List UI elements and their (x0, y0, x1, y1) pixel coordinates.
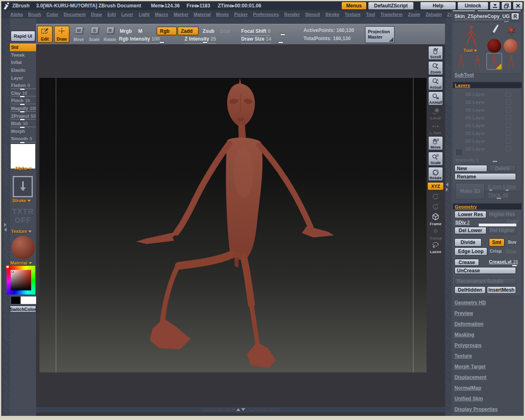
menu-item[interactable]: Document (64, 12, 86, 17)
layer-delete-button[interactable]: Delete (489, 165, 516, 172)
palette-section-header[interactable]: Unified Skin (454, 396, 483, 402)
rotate-y-button[interactable] (428, 193, 443, 201)
stroke-preview[interactable] (13, 176, 33, 197)
menu-item[interactable]: Edit (107, 12, 116, 17)
restore-button[interactable] (501, 2, 511, 10)
lasso-button[interactable]: Lasso (428, 241, 443, 254)
menu-item[interactable]: Macro (155, 12, 168, 17)
minimize-button[interactable] (490, 2, 500, 10)
layers-checkbox[interactable] (455, 148, 463, 156)
brush-item[interactable]: Blob 10 (10, 120, 36, 128)
default-zscript-button[interactable]: DefaultZScript (368, 2, 414, 10)
crease-lvl-handle[interactable] (512, 265, 517, 267)
menu-item[interactable]: Render (284, 12, 300, 17)
tool-thumbnail-dark-sphere[interactable] (487, 39, 501, 53)
layer-checkbox[interactable] (506, 146, 511, 151)
brush-slider-handle[interactable] (20, 142, 25, 144)
menu-item[interactable]: Color (46, 12, 58, 17)
projection-master-button[interactable]: Projection Master (365, 26, 395, 43)
document-canvas[interactable] (39, 78, 427, 372)
draw-size-slider[interactable]: Draw Size 14 (241, 36, 271, 43)
menu-item[interactable]: Movie (216, 12, 229, 17)
palette-section-header[interactable]: Masking (454, 332, 474, 338)
intensity-slider[interactable]: Intensity 1 (455, 158, 479, 162)
menu-item[interactable]: Draw (91, 12, 102, 17)
zsub-toggle[interactable]: Zsub (203, 28, 215, 34)
rgb-mode-button[interactable]: Rgb (157, 27, 177, 35)
intensity-handle[interactable] (492, 160, 498, 162)
del-hidden-button[interactable]: DelHidden (454, 286, 486, 294)
ssmt-handle[interactable] (505, 189, 509, 191)
menu-item[interactable]: Material (194, 12, 211, 17)
rapid-ui-button[interactable]: Rapid UI (11, 31, 35, 41)
zcut-toggle[interactable]: Zcut (220, 28, 230, 34)
tool-selector[interactable]: Tool (463, 48, 477, 53)
layer-checkbox[interactable] (506, 99, 511, 105)
menu-item[interactable]: Stroke (325, 12, 339, 17)
uncrease-button[interactable]: UnCrease (454, 267, 516, 274)
brush-item[interactable]: Pinch 10 (10, 97, 36, 105)
palette-section-header[interactable]: Texture (454, 353, 472, 359)
rotate-button[interactable]: R Rotate (103, 26, 117, 43)
palette-section-header[interactable]: NormalMap (454, 385, 481, 391)
scale-3d-button[interactable]: Scale (428, 152, 443, 166)
draw-size-handle[interactable] (278, 41, 283, 43)
transp-button[interactable]: Transp (428, 228, 443, 240)
menu-item[interactable]: Zplugin (425, 12, 442, 17)
recent-tool-thumbnail[interactable] (470, 54, 485, 69)
insert-mesh-button[interactable]: InsertMesh (487, 286, 516, 294)
menu-item[interactable]: Brush (28, 12, 41, 17)
layer-checkbox[interactable] (506, 91, 511, 97)
layer-row[interactable]: 3D Layer (453, 145, 522, 153)
tool-r-button[interactable]: R (511, 13, 519, 20)
brush-item[interactable]: Tweak (10, 51, 36, 59)
brush-item[interactable]: Morph (10, 128, 36, 135)
lower-res-button[interactable]: Lower Res (454, 211, 486, 218)
menu-item[interactable]: Zoom (408, 12, 420, 17)
focal-shift-handle[interactable] (280, 34, 285, 36)
unlock-button[interactable]: Unlock (457, 2, 488, 10)
layer-checkbox[interactable] (506, 123, 511, 128)
menu-item[interactable]: Alpha (10, 12, 23, 17)
menu-item[interactable]: Stencil (305, 12, 320, 17)
brush-item[interactable]: Std (10, 43, 36, 51)
higher-res-button[interactable]: Higher Res (488, 211, 516, 218)
rotate-3d-button[interactable]: Rotate (428, 167, 443, 181)
crease-lvl-slider[interactable]: CreaseLvl 15 (489, 259, 518, 264)
sdiv-track[interactable] (478, 223, 517, 227)
material-selector[interactable]: Material (10, 260, 32, 265)
move-button[interactable]: M Move (71, 26, 86, 43)
layer-checkbox[interactable] (506, 138, 511, 144)
m-toggle[interactable]: M (138, 28, 142, 34)
layer-row[interactable]: 3D Layer (453, 129, 522, 137)
active-tool-name[interactable]: Skin_ZSphereCopy_UG (454, 14, 510, 20)
brush-item[interactable]: Clay 10 (10, 89, 36, 97)
menu-item[interactable]: Transform (381, 12, 403, 17)
zoom-button[interactable]: Zoom (428, 61, 443, 75)
brush-item[interactable]: Layer (10, 74, 36, 82)
thick-slider[interactable]: Thick .02 (488, 192, 508, 197)
layer-checkbox[interactable] (506, 107, 511, 112)
palette-section-header[interactable]: Morph Target (454, 364, 486, 370)
layer-checkbox[interactable] (506, 115, 511, 120)
brush-item[interactable]: Inflat (10, 59, 36, 66)
menu-item[interactable]: Texture (345, 12, 361, 17)
disp-toggle[interactable]: Disp (506, 249, 516, 253)
lsym-button[interactable]: L.Sym (428, 122, 443, 135)
brush-item[interactable]: Magnify 100 (10, 105, 36, 112)
del-lower-button[interactable]: Del Lower (454, 227, 486, 234)
layer-rename-button[interactable]: Rename (454, 173, 516, 180)
geometry-section-header[interactable]: Geometry (453, 203, 522, 210)
palette-section-header[interactable]: Polygroups (454, 342, 482, 348)
edge-loop-button[interactable]: Edge Loop (454, 247, 487, 256)
bottom-tray-divider[interactable] (36, 407, 445, 413)
tool-thumbnail-sphere[interactable] (504, 39, 518, 53)
layer-checkbox[interactable] (506, 130, 511, 136)
color-picker[interactable] (7, 266, 35, 294)
focal-shift-slider[interactable]: Focal Shift 0 (241, 28, 270, 36)
del-higher-button[interactable]: Del Higher (488, 227, 516, 234)
scale-button[interactable]: S Scale (87, 26, 102, 43)
sculpt-model[interactable] (39, 78, 427, 372)
tool-thumbnail-brush[interactable] (486, 23, 502, 37)
layers-section-header[interactable]: Layers (453, 82, 522, 88)
